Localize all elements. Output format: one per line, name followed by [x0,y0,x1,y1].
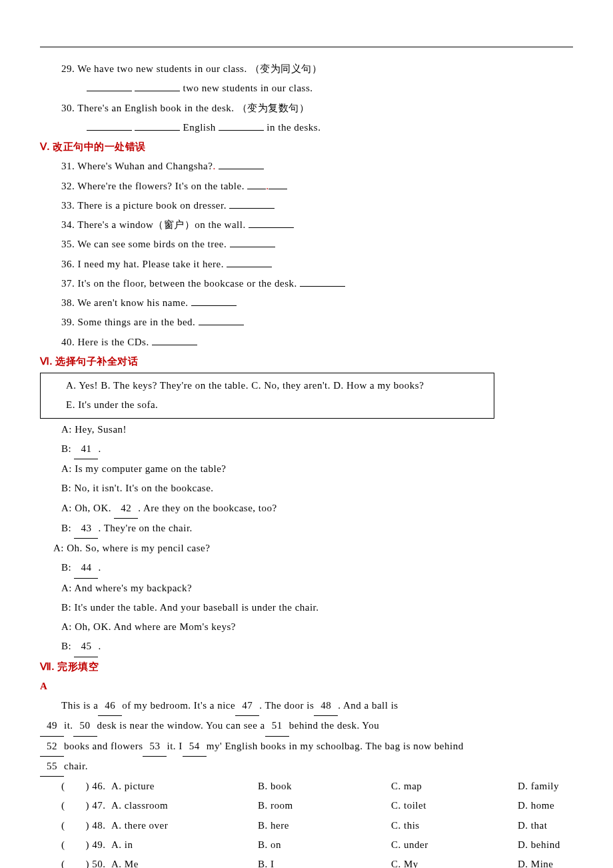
cloze-passage: This is a46of my bedroom. It's a nice47.… [40,696,573,777]
question-34: 34. There's a window（窗户）on the wall. [40,215,573,235]
dialogue-line-1: A: Hey, Susan! [40,420,573,439]
blank [219,120,264,131]
option-a: A. Me [111,855,258,868]
option-c: C. My [391,855,518,868]
section-5-heading: Ⅴ. 改正句中的一处错误 [40,137,573,157]
option-a: A. there over [111,816,258,835]
blank [87,120,132,131]
dialogue-line-2: B: 41. [40,439,573,459]
question-29-line1: 29. We have two new students in our clas… [40,59,573,79]
paren: ( ) 50. [61,855,111,868]
question-33: 33. There is a picture book on dresser. [40,196,573,215]
question-31: 31. Where's Wuhan and Changsha?. [40,157,573,176]
option-d: D. family [518,777,573,796]
option-c: C. toilet [391,796,518,815]
dialogue-options-box: A. Yes! B. The keys? They're on the tabl… [40,373,494,419]
option-c: C. map [391,777,518,796]
section-7-subheading-a: A [40,677,573,696]
dialogue-line-7: A: Oh. So, where is my pencil case? [40,539,573,558]
option-a: A. in [111,835,258,855]
option-a: A. classroom [111,796,258,815]
paren: ( ) 47. [61,796,111,815]
text: English [183,122,219,133]
dialogue-line-4: B: No, it isn't. It's on the bookcase. [40,479,573,498]
question-37: 37. It's on the floor, between the bookc… [40,274,573,293]
question-30-line1: 30. There's an English book in the desk.… [40,99,573,118]
option-b: B. room [258,796,391,815]
option-a: A. picture [111,777,258,796]
question-36: 36. I need my hat. Please take it here. [40,255,573,274]
option-b: B. here [258,816,391,835]
dialogue-line-5: A: Oh, OK. 42. Are they on the bookcase,… [40,499,573,519]
dialogue-line-6: B: 43. They're on the chair. [40,519,573,539]
option-d: D. home [518,796,573,815]
horizontal-rule [40,47,573,47]
option-b: B. book [258,777,391,796]
paren: ( ) 49. [61,835,111,855]
blank [135,81,180,91]
text: two new students in our class. [183,83,313,93]
option-d: D. that [518,816,573,835]
dialogue-line-12: B: 45. [40,637,573,657]
question-29-line2: two new students in our class. [40,79,573,98]
question-35: 35. We can see some birds on the tree. [40,235,573,254]
question-30-line2: English in the desks. [40,118,573,137]
text: in the desks. [267,122,320,133]
question-38: 38. We aren't know his name. [40,293,573,313]
question-39: 39. Some things are in the bed. [40,313,573,332]
option-b: B. on [258,835,391,855]
cloze-option-row: ( ) 46. A. pictureB. bookC. mapD. family [40,777,573,796]
question-32: 32. Where're the flowers? It's on the ta… [40,177,573,196]
cloze-option-row: ( ) 49. A. inB. onC. underD. behind [40,835,573,855]
dialogue-line-10: B: It's under the table. And your baseba… [40,598,573,617]
option-c: C. under [391,835,518,855]
paren: ( ) 48. [61,816,111,835]
section-7-heading: Ⅶ. 完形填空 [40,657,573,677]
options-line-2: E. It's under the sofa. [47,395,487,415]
option-b: B. I [258,855,391,868]
cloze-option-row: ( ) 48. A. there overB. hereC. thisD. th… [40,816,573,835]
blank [135,120,180,131]
cloze-option-row: ( ) 47. A. classroomB. roomC. toiletD. h… [40,796,573,815]
option-c: C. this [391,816,518,835]
dialogue-line-3: A: Is my computer game on the table? [40,459,573,479]
option-d: D. behind [518,835,573,855]
options-line-1: A. Yes! B. The keys? They're on the tabl… [47,376,487,395]
cloze-option-row: ( ) 50. A. MeB. IC. MyD. Mine [40,855,573,868]
blank [87,81,132,91]
dialogue-line-9: A: And where's my backpack? [40,579,573,598]
dialogue-line-11: A: Oh, OK. And where are Mom's keys? [40,617,573,637]
cloze-options-list: ( ) 46. A. pictureB. bookC. mapD. family… [40,777,573,868]
dialogue-line-8: B: 44. [40,558,573,578]
question-40: 40. Here is the CDs. [40,333,573,352]
paren: ( ) 46. [61,777,111,796]
section-6-heading: Ⅵ. 选择句子补全对话 [40,352,573,371]
option-d: D. Mine [518,855,573,868]
